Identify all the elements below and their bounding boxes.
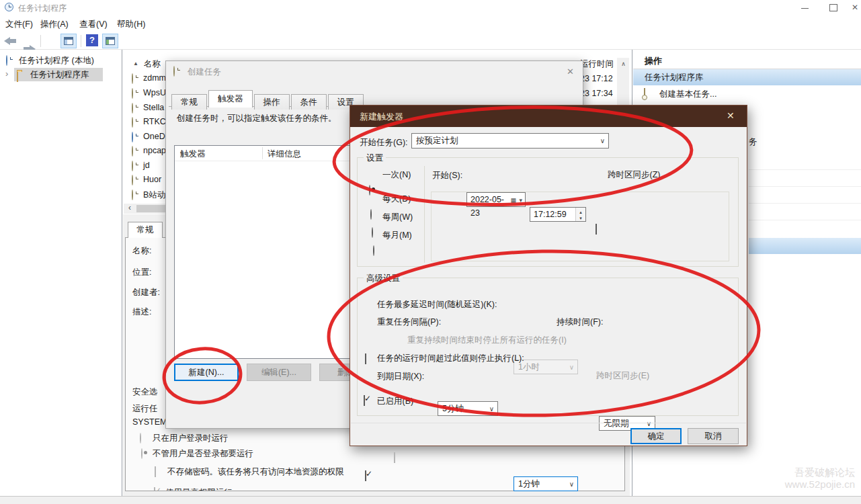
- radio-monthly-label: 每月(M): [382, 230, 412, 241]
- show-action-pane-button[interactable]: [102, 34, 118, 48]
- task-runtime: 23 17:34: [580, 89, 613, 98]
- maximize-button[interactable]: [820, 0, 846, 15]
- help-icon[interactable]: ?: [86, 34, 98, 46]
- stop-at-end-checkbox[interactable]: [394, 452, 395, 463]
- task-runtime: 23 17:12: [580, 74, 613, 83]
- radio-one-time[interactable]: [369, 185, 370, 196]
- edit-trigger-button[interactable]: 编辑(E)...: [247, 364, 311, 381]
- console-tree-panel: 任务计划程序 (本地) › 任务计划程序库: [0, 50, 122, 496]
- back-button[interactable]: [4, 37, 17, 45]
- radio-weekly[interactable]: [372, 227, 373, 238]
- tab-actions[interactable]: 操作: [254, 94, 290, 110]
- repeat-interval-select[interactable]: 5分钟: [438, 401, 498, 416]
- duration-label: 持续时间(F):: [557, 317, 603, 328]
- preview-account-value: SYSTEM: [132, 417, 167, 427]
- task-row[interactable]: zdmm: [132, 74, 133, 83]
- expire-label: 到期日期(X):: [377, 371, 424, 382]
- tab-general[interactable]: 常规: [171, 94, 207, 110]
- window-titlebar: 任务计划程序 ✕: [0, 0, 861, 15]
- task-name: Huor: [143, 175, 161, 184]
- checkbox-no-password[interactable]: [155, 466, 156, 477]
- task-row[interactable]: jd: [132, 161, 133, 171]
- hidden-action-fragment: 务: [749, 136, 757, 148]
- task-name: WpsU: [143, 88, 166, 97]
- sort-asc-icon: ▲: [133, 60, 138, 67]
- minimize-icon: [801, 8, 809, 9]
- task-icon: [132, 161, 133, 171]
- radio-run-any-user[interactable]: [141, 448, 142, 459]
- preview-tab-general[interactable]: 常规: [128, 222, 163, 238]
- settings-divider: [424, 166, 425, 263]
- actions-library-label: 任务计划程序库: [645, 72, 704, 83]
- start-label: 开始(S):: [432, 170, 462, 181]
- menu-action[interactable]: 操作(A): [40, 19, 69, 30]
- task-row[interactable]: RTKC: [132, 118, 133, 127]
- show-console-tree-button[interactable]: [60, 34, 77, 48]
- task-name: Stella: [143, 103, 164, 112]
- radio-one-time-label: 一次(N): [382, 169, 411, 181]
- radio-run-logged-on[interactable]: [140, 433, 141, 444]
- trigger-column-header[interactable]: 触发器: [180, 149, 206, 160]
- task-row[interactable]: npcap: [132, 146, 133, 156]
- stop-if-longer-select[interactable]: 1分钟: [514, 476, 578, 491]
- task-row[interactable]: OneD: [132, 132, 133, 142]
- menu-help[interactable]: 帮助(H): [117, 19, 145, 30]
- checkbox-no-password-label: 不存储密码。该任务将只有访问本地资源的权限: [167, 466, 344, 478]
- new-trigger-close-icon[interactable]: ✕: [727, 110, 735, 121]
- watermark: 吾爱破解论坛 www.52pojie.cn: [699, 466, 855, 491]
- create-task-description: 创建任务时，可以指定触发该任务的条件。: [177, 113, 337, 124]
- begin-task-select[interactable]: 按预定计划: [411, 133, 609, 149]
- checkbox-highest-privileges[interactable]: [154, 487, 155, 491]
- scheduler-root-icon: [6, 55, 7, 66]
- column-header-name[interactable]: 名称: [144, 58, 161, 70]
- menu-view[interactable]: 查看(V): [79, 19, 108, 30]
- expander-icon[interactable]: ›: [5, 69, 8, 79]
- task-scheduler-window: 任务计划程序 ✕ 文件(F) 操作(A) 查看(V) 帮助(H) ? 任务计划程…: [0, 0, 861, 504]
- radio-daily[interactable]: [370, 209, 372, 220]
- scroll-up-button[interactable]: ∧: [618, 59, 629, 69]
- new-trigger-dialog: 新建触发器 ✕ 开始任务(G): 按预定计划 设置 一次(N) 每天(D) 每周…: [350, 105, 747, 446]
- radio-weekly-label: 每周(W): [382, 212, 413, 223]
- delay-task-checkbox[interactable]: [365, 353, 366, 364]
- ok-button[interactable]: 确定: [630, 428, 682, 444]
- tab-triggers[interactable]: 触发器: [208, 90, 253, 108]
- stop-if-longer-label: 任务的运行时间超过此值则停止执行(L):: [377, 353, 524, 364]
- enabled-label: 已启用(B): [377, 396, 413, 407]
- tree-library-label: 任务计划程序库: [30, 69, 89, 81]
- advanced-group: [357, 278, 739, 416]
- create-task-close-icon[interactable]: ✕: [567, 67, 574, 77]
- action-pane-icon: [106, 37, 115, 45]
- task-row[interactable]: Stella: [132, 103, 133, 113]
- watermark-line2: www.52pojie.cn: [699, 478, 855, 491]
- actions-library-row[interactable]: 任务计划程序库: [633, 69, 861, 85]
- repeat-task-checkbox[interactable]: [364, 395, 365, 406]
- column-header-runtime[interactable]: 运行时间: [580, 58, 614, 70]
- tree-item-library[interactable]: › 任务计划程序库: [0, 68, 122, 81]
- close-button[interactable]: ✕: [848, 0, 861, 15]
- cancel-button[interactable]: 取消: [688, 428, 739, 444]
- details-column-header[interactable]: 详细信息: [268, 149, 301, 160]
- task-row[interactable]: Huor: [132, 175, 133, 185]
- new-trigger-button[interactable]: 新建(N)...: [174, 364, 239, 381]
- actions-selected-row-fragment[interactable]: [749, 238, 861, 254]
- tree-item-root[interactable]: 任务计划程序 (本地): [0, 54, 122, 67]
- scroll-left-button[interactable]: ‹: [124, 204, 135, 214]
- maximize-icon: [829, 4, 837, 11]
- task-row[interactable]: B站动: [132, 190, 133, 200]
- task-name: zdmm: [143, 73, 166, 83]
- checkbox-highest-privileges-label: 使用最高权限运行: [165, 487, 233, 491]
- new-trigger-title: 新建触发器: [360, 111, 403, 123]
- minimize-button[interactable]: [792, 0, 817, 15]
- radio-monthly[interactable]: [373, 245, 374, 256]
- stop-if-longer-checkbox[interactable]: [365, 470, 366, 481]
- action-create-basic-task[interactable]: 创建基本任务...: [633, 86, 861, 102]
- delay-task-label: 任务最多延迟时间(随机延迟)(K):: [377, 299, 497, 310]
- menu-file[interactable]: 文件(F): [5, 19, 33, 30]
- sync-timezone-label: 跨时区同步(Z): [608, 169, 660, 181]
- task-row[interactable]: WpsU: [132, 89, 133, 98]
- radio-run-logged-on-label: 只在用户登录时运行: [153, 433, 229, 444]
- task-icon: [132, 132, 133, 142]
- task-name: B站动: [143, 190, 165, 201]
- tab-conditions[interactable]: 条件: [291, 94, 327, 110]
- task-icon: [132, 103, 133, 114]
